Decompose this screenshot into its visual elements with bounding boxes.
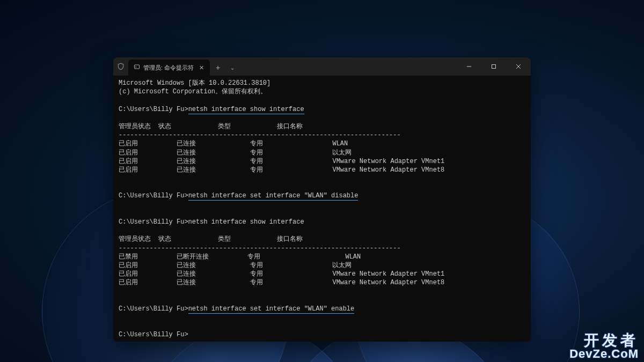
terminal-icon (134, 64, 140, 72)
maximize-button[interactable] (481, 57, 506, 76)
terminal-window: 管理员: 命令提示符 ✕ + ⌄ Microsoft Windows [版本 1… (113, 57, 531, 342)
tab-title: 管理员: 命令提示符 (143, 64, 194, 72)
tab-active[interactable]: 管理员: 命令提示符 ✕ (128, 60, 210, 76)
tab-close-button[interactable]: ✕ (197, 63, 206, 72)
titlebar-drag-area[interactable] (239, 57, 457, 76)
tab-dropdown-button[interactable]: ⌄ (226, 60, 239, 76)
shield-icon (113, 57, 128, 76)
watermark-line1: 开发者 (569, 333, 639, 348)
window-titlebar[interactable]: 管理员: 命令提示符 ✕ + ⌄ (113, 57, 531, 76)
terminal-output[interactable]: Microsoft Windows [版本 10.0.22631.3810] (… (113, 76, 531, 342)
new-tab-button[interactable]: + (210, 60, 226, 76)
minimize-button[interactable] (457, 57, 481, 76)
watermark-line2: DevZe.CoM (569, 348, 639, 360)
close-window-button[interactable] (506, 57, 531, 76)
svg-rect-0 (135, 65, 140, 69)
svg-rect-2 (492, 65, 496, 69)
watermark: 开发者 DevZe.CoM (569, 333, 639, 360)
